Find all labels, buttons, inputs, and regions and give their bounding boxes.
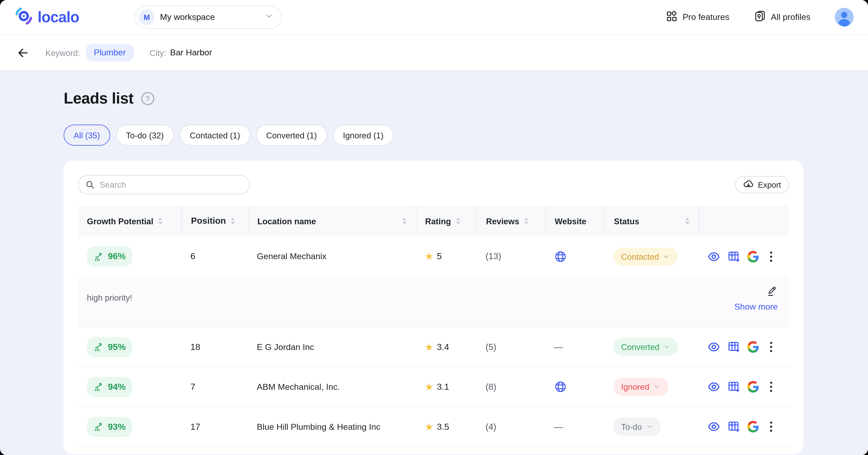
table-row: 93% 17 Blue Hill Plumbing & Heating Inc … [78, 407, 789, 447]
add-to-sheet-button[interactable] [727, 250, 740, 263]
row-menu-button[interactable] [766, 381, 776, 393]
user-avatar[interactable] [835, 8, 854, 27]
filter-chip-ignored[interactable]: Ignored (1) [333, 125, 394, 146]
column-label: Rating [425, 216, 451, 226]
sort-icon [230, 217, 235, 225]
pro-features-button[interactable]: Pro features [666, 10, 729, 24]
add-to-sheet-button[interactable] [727, 420, 740, 433]
all-profiles-button[interactable]: All profiles [754, 10, 810, 25]
row-menu-button[interactable] [766, 251, 776, 262]
kebab-menu-icon [766, 251, 776, 262]
add-to-sheet-button[interactable] [727, 340, 740, 353]
watch-lead-button[interactable] [708, 340, 720, 353]
reviews-count: (13) [486, 251, 501, 262]
export-button[interactable]: Export [735, 176, 789, 193]
website-link[interactable] [554, 250, 567, 263]
google-profile-button[interactable] [747, 381, 759, 393]
globe-icon [554, 381, 567, 393]
status-label: Contacted [621, 252, 659, 261]
kebab-menu-icon [766, 381, 776, 393]
column-label: Reviews [486, 216, 519, 226]
column-header-status[interactable]: Status [604, 206, 699, 237]
eye-icon [708, 340, 720, 353]
location-name: ABM Mechanical, Inc. [257, 382, 340, 392]
back-button[interactable] [17, 46, 29, 59]
column-header-reviews[interactable]: Reviews [477, 206, 545, 237]
reviews-count: (4) [486, 422, 496, 432]
kebab-menu-icon [766, 341, 776, 353]
column-label: Website [555, 216, 586, 226]
reviews-count: (8) [486, 382, 496, 392]
table-row: 95% 18 E G Jordan Inc ★3.4 (5) — Convert… [78, 327, 789, 367]
watch-lead-button[interactable] [708, 420, 720, 433]
workspace-avatar: M [139, 9, 154, 25]
add-to-sheet-button[interactable] [727, 381, 740, 393]
main-content: Leads list ? All (35)To-do (32)Contacted… [0, 71, 868, 455]
status-badge[interactable]: Converted [613, 338, 678, 356]
google-profile-button[interactable] [747, 251, 759, 262]
column-header-actions [699, 206, 789, 237]
help-button[interactable]: ? [141, 91, 155, 106]
growth-trend-icon [94, 342, 104, 352]
filter-chip-contacted[interactable]: Contacted (1) [180, 125, 250, 146]
watch-lead-button[interactable] [708, 250, 720, 263]
search-input[interactable] [78, 175, 250, 194]
table-toolbar: Export [78, 175, 789, 194]
sort-icon [402, 217, 407, 225]
all-profiles-label: All profiles [771, 12, 810, 22]
top-right-nav: Pro features All profiles [666, 8, 854, 27]
position-value: 18 [190, 342, 200, 352]
watch-lead-button[interactable] [708, 381, 720, 393]
filter-chip-to-do[interactable]: To-do (32) [116, 125, 174, 146]
column-header-location[interactable]: Location name [248, 206, 416, 237]
growth-value: 93% [108, 422, 126, 432]
keyword-value-pill[interactable]: Plumber [86, 44, 134, 61]
workspace-chevron [265, 11, 274, 23]
google-profile-button[interactable] [747, 341, 759, 353]
search-icon [85, 180, 95, 189]
svg-text:?: ? [146, 94, 150, 103]
location-name: E G Jordan Inc [257, 342, 314, 352]
status-badge[interactable]: To-do [613, 418, 661, 436]
column-label: Location name [257, 216, 316, 226]
top-bar: localo M My workspace Pro features All p… [0, 0, 868, 35]
sort-icon [685, 217, 690, 225]
export-label: Export [758, 180, 781, 189]
status-badge[interactable]: Contacted [613, 247, 678, 266]
grid-icon [666, 10, 678, 24]
edit-note-button[interactable] [766, 285, 778, 297]
export-icon [743, 178, 754, 191]
localo-logo-mark [13, 5, 34, 29]
google-profile-button[interactable] [747, 421, 759, 432]
row-menu-button[interactable] [766, 341, 776, 353]
table-body: 96% 6 General Mechanix ★5 (13) Contacted… [78, 236, 789, 447]
status-label: To-do [621, 422, 642, 431]
growth-potential-badge: 93% [87, 417, 132, 436]
column-header-position[interactable]: Position [182, 206, 248, 237]
sort-icon [524, 217, 529, 225]
page-title: Leads list [64, 90, 134, 107]
user-avatar-icon [835, 8, 854, 27]
status-badge[interactable]: Ignored [613, 377, 668, 396]
google-icon [747, 381, 759, 393]
website-link[interactable] [554, 381, 567, 393]
show-more-link[interactable]: Show more [734, 302, 778, 312]
star-icon: ★ [425, 342, 433, 352]
sub-header-bar: Keyword: Plumber City: Bar Harbor [0, 35, 868, 71]
filter-chip-all[interactable]: All (35) [64, 125, 110, 146]
kebab-menu-icon [766, 421, 776, 432]
row-menu-button[interactable] [766, 421, 776, 432]
star-icon: ★ [425, 251, 433, 262]
column-header-rating[interactable]: Rating [416, 206, 477, 237]
eye-icon [708, 250, 720, 263]
note-text: high priority! [87, 285, 132, 319]
filter-chip-converted[interactable]: Converted (1) [256, 125, 327, 146]
workspace-selector[interactable]: M My workspace [134, 5, 282, 29]
chevron-down-icon [265, 11, 274, 21]
location-name: Blue Hill Plumbing & Heating Inc [257, 422, 380, 432]
growth-value: 94% [108, 382, 126, 392]
screen: localo M My workspace Pro features All p… [0, 0, 868, 455]
city-label: City: [150, 48, 166, 57]
star-icon: ★ [425, 422, 433, 432]
column-header-growth[interactable]: Growth Potential [78, 206, 182, 237]
